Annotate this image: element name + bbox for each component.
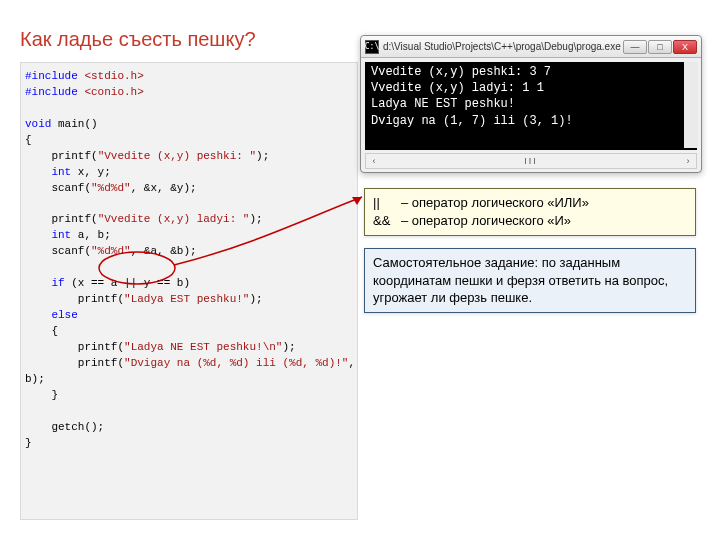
task-callout: Самостоятельное задание: по заданным коо…: [364, 248, 696, 313]
code-token: "Vvedite (x,y) peshki: ": [98, 150, 256, 162]
code-token: <conio.h>: [78, 86, 144, 98]
code-token: );: [249, 213, 262, 225]
code-token: [25, 166, 51, 178]
code-token: scanf(: [25, 245, 91, 257]
operator-symbol: &&: [373, 212, 401, 230]
code-token: );: [256, 150, 269, 162]
code-token: <stdio.h>: [78, 70, 144, 82]
code-token: [25, 229, 51, 241]
code-token: printf(: [25, 293, 124, 305]
minimize-button[interactable]: —: [623, 40, 647, 54]
code-token: "%d%d": [91, 245, 131, 257]
maximize-button[interactable]: □: [648, 40, 672, 54]
console-app-icon: C:\: [365, 40, 379, 54]
console-line: Vvedite (x,y) ladyi: 1 1: [371, 81, 544, 95]
code-token: if: [51, 277, 64, 289]
operators-callout: ||– оператор логического «ИЛИ» &&– опера…: [364, 188, 696, 236]
code-token: main(): [51, 118, 97, 130]
console-line: Dvigay na (1, 7) ili (3, 1)!: [371, 114, 573, 128]
code-token: }: [25, 437, 32, 449]
close-button[interactable]: X: [673, 40, 697, 54]
code-token: [25, 309, 51, 321]
task-text: Самостоятельное задание: по заданным коо…: [373, 255, 668, 305]
code-token: a, b;: [71, 229, 111, 241]
code-token: printf(: [25, 213, 98, 225]
code-token: [25, 277, 51, 289]
code-listing: #include <stdio.h> #include <conio.h> vo…: [20, 62, 358, 520]
code-token: printf(: [25, 150, 98, 162]
console-title: d:\Visual Studio\Projects\C++\proga\Debu…: [383, 41, 623, 52]
console-line: Ladya NE EST peshku!: [371, 97, 515, 111]
operator-row: ||– оператор логического «ИЛИ»: [373, 194, 687, 212]
code-token: , &x, &y);: [131, 182, 197, 194]
code-token: "Ladya NE EST peshku!\n": [124, 341, 282, 353]
code-token: );: [282, 341, 295, 353]
operator-desc: – оператор логического «ИЛИ»: [401, 195, 589, 210]
slide-title: Как ладье съесть пешку?: [20, 28, 256, 51]
code-token: b);: [25, 373, 45, 385]
operator-row: &&– оператор логического «И»: [373, 212, 687, 230]
code-token: else: [51, 309, 77, 321]
code-token: "Vvedite (x,y) ladyi: ": [98, 213, 250, 225]
code-token: "%d%d": [91, 182, 131, 194]
code-token: void: [25, 118, 51, 130]
code-token: scanf(: [25, 182, 91, 194]
code-token: #include: [25, 86, 78, 98]
console-statusbar: ‹ III ›: [365, 153, 697, 169]
console-window: C:\ d:\Visual Studio\Projects\C++\proga\…: [360, 35, 702, 173]
code-token: int: [51, 229, 71, 241]
code-token: "Dvigay na (%d, %d) ili (%d, %d)!": [124, 357, 348, 369]
console-output: Vvedite (x,y) peshki: 3 7 Vvedite (x,y) …: [365, 62, 697, 150]
console-line: Vvedite (x,y) peshki: 3 7: [371, 65, 551, 79]
console-scrollbar[interactable]: [684, 62, 698, 148]
status-right-arrow[interactable]: ›: [680, 156, 696, 166]
status-grip: III: [382, 156, 680, 166]
code-token: printf(: [25, 341, 124, 353]
code-token: printf(: [25, 357, 124, 369]
code-token: int: [51, 166, 71, 178]
code-token: "Ladya EST peshku!": [124, 293, 249, 305]
console-titlebar: C:\ d:\Visual Studio\Projects\C++\proga\…: [361, 36, 701, 58]
code-token: #include: [25, 70, 78, 82]
code-token: , a, y, x,: [348, 357, 358, 369]
code-token: );: [249, 293, 262, 305]
code-token: {: [25, 325, 58, 337]
code-token: }: [25, 389, 58, 401]
code-token: {: [25, 134, 32, 146]
operator-symbol: ||: [373, 194, 401, 212]
code-token: , &a, &b);: [131, 245, 197, 257]
code-token: (x == a || y == b): [65, 277, 190, 289]
operator-desc: – оператор логического «И»: [401, 213, 571, 228]
code-token: x, y;: [71, 166, 111, 178]
status-left-arrow[interactable]: ‹: [366, 156, 382, 166]
code-token: getch();: [25, 421, 104, 433]
